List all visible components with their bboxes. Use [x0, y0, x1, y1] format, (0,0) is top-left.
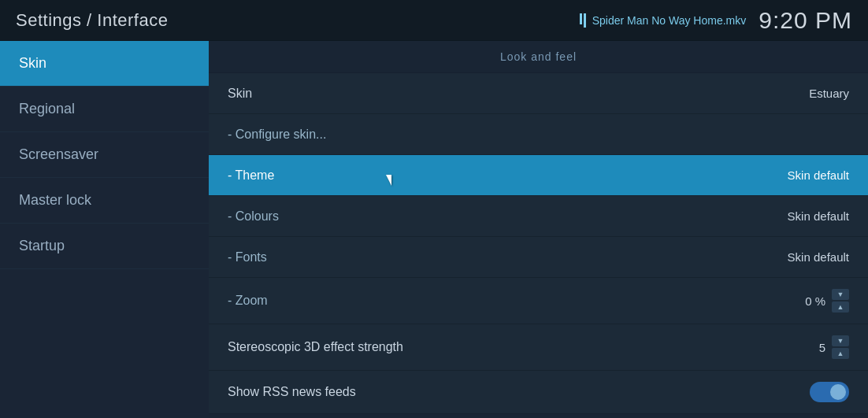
sidebar-label-startup: Startup	[19, 238, 65, 253]
stereo-up-btn[interactable]: ▲	[832, 348, 849, 359]
stereo-stepper: 5 ▼ ▲	[802, 335, 849, 359]
sidebar: Skin Regional Screensaver Master lock St…	[0, 41, 209, 418]
zoom-down-btn[interactable]: ▼	[832, 289, 849, 300]
row-theme[interactable]: - Theme Skin default	[209, 155, 868, 196]
play-icon	[580, 13, 586, 28]
section-header: Look and feel	[209, 41, 868, 73]
row-rss[interactable]: Show RSS news feeds	[209, 371, 868, 414]
sidebar-item-skin[interactable]: Skin	[0, 41, 209, 87]
stereo-arrows: ▼ ▲	[832, 335, 849, 359]
row-fonts-label: - Fonts	[228, 250, 267, 264]
sidebar-label-screensaver: Screensaver	[19, 146, 98, 162]
row-skin-label: Skin	[228, 87, 252, 101]
sidebar-item-master-lock[interactable]: Master lock	[0, 178, 209, 224]
clock: 9:20 PM	[759, 7, 852, 34]
page-title: Settings / Interface	[16, 10, 168, 31]
row-theme-label: - Theme	[228, 168, 274, 183]
sidebar-item-regional[interactable]: Regional	[0, 87, 209, 132]
row-configure-skin[interactable]: - Configure skin...	[209, 114, 868, 155]
zoom-stepper: 0 % ▼ ▲	[802, 289, 849, 313]
header: Settings / Interface Spider Man No Way H…	[0, 0, 868, 41]
sidebar-item-startup[interactable]: Startup	[0, 224, 209, 269]
sidebar-item-screensaver[interactable]: Screensaver	[0, 132, 209, 178]
row-stereoscopic[interactable]: Stereoscopic 3D effect strength 5 ▼ ▲	[209, 324, 868, 371]
section-header-label: Look and feel	[500, 50, 577, 63]
row-zoom[interactable]: - Zoom 0 % ▼ ▲	[209, 278, 868, 324]
sidebar-label-skin: Skin	[19, 55, 46, 71]
row-colours-value: Skin default	[788, 209, 849, 223]
zoom-arrows: ▼ ▲	[832, 289, 849, 313]
sidebar-label-regional: Regional	[19, 101, 75, 117]
row-zoom-label: - Zoom	[228, 294, 268, 308]
row-colours-label: - Colours	[228, 209, 279, 224]
row-skin[interactable]: Skin Estuary	[209, 73, 868, 114]
now-playing-title: Spider Man No Way Home.mkv	[592, 14, 747, 27]
row-configure-skin-label: - Configure skin...	[228, 128, 326, 142]
row-stereoscopic-label: Stereoscopic 3D effect strength	[228, 340, 403, 354]
content-area: Look and feel Skin Estuary - Configure s…	[209, 41, 868, 418]
rss-toggle[interactable]	[810, 382, 849, 402]
row-skin-value: Estuary	[809, 87, 849, 100]
play-bar-1	[580, 13, 582, 24]
row-rss-label: Show RSS news feeds	[228, 385, 356, 399]
play-bar-2	[584, 13, 586, 28]
stereo-down-btn[interactable]: ▼	[832, 335, 849, 346]
header-right: Spider Man No Way Home.mkv 9:20 PM	[580, 7, 852, 34]
stereo-value: 5	[802, 341, 825, 354]
zoom-value: 0 %	[802, 294, 825, 308]
rss-toggle-knob	[830, 384, 846, 400]
row-theme-value: Skin default	[788, 168, 849, 182]
divider-edit: - Edit	[209, 414, 868, 418]
row-colours[interactable]: - Colours Skin default	[209, 196, 868, 237]
sidebar-label-master-lock: Master lock	[19, 192, 91, 208]
row-fonts-value: Skin default	[788, 250, 849, 264]
main-layout: Skin Regional Screensaver Master lock St…	[0, 41, 868, 418]
now-playing: Spider Man No Way Home.mkv	[580, 13, 747, 28]
zoom-up-btn[interactable]: ▲	[832, 301, 849, 313]
row-fonts[interactable]: - Fonts Skin default	[209, 237, 868, 278]
